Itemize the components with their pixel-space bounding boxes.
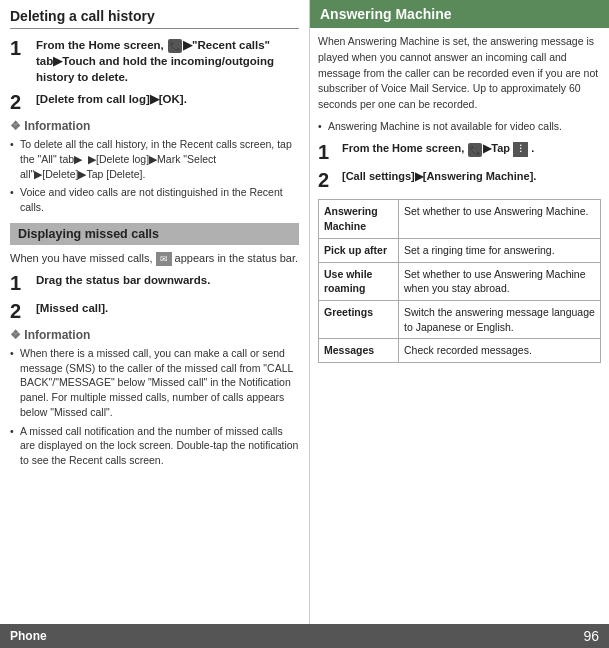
missed-calls-intro: When you have missed calls, ✉ appears in… — [10, 251, 299, 266]
step-2-row: 2 [Delete from call log]▶[OK]. — [10, 91, 299, 113]
am-intro: When Answering Machine is set, the answe… — [310, 34, 609, 119]
step-4-text: [Missed call]. — [36, 300, 108, 316]
phone-icon: 📞 — [168, 39, 182, 53]
table-cell-label: Greetings — [319, 300, 399, 338]
table-row: Pick up afterSet a ringing time for answ… — [319, 238, 601, 262]
footer-bar: Phone 96 — [0, 624, 609, 648]
table-cell-desc: Check recorded messages. — [399, 339, 601, 363]
info-block-2: Information When there is a missed call,… — [10, 328, 299, 468]
table-cell-desc: Set whether to use Answering Machine. — [399, 200, 601, 238]
info-item-1: To delete all the call history, in the R… — [10, 137, 299, 181]
menu-icon: ⋮ — [513, 142, 528, 157]
table-cell-desc: Set whether to use Answering Machine whe… — [399, 262, 601, 300]
step-4-row: 2 [Missed call]. — [10, 300, 299, 322]
deleting-title: Deleting a call history — [10, 8, 299, 29]
am-step-1-row: 1 From the Home screen, 📞▶Tap ⋮ . — [310, 139, 609, 167]
am-bullet: Answering Machine is not available for v… — [310, 119, 609, 140]
am-settings-table: Answering MachineSet whether to use Answ… — [318, 199, 601, 363]
info-item-4: A missed call notification and the numbe… — [10, 424, 299, 468]
am-step-2-row: 2 [Call settings]▶[Answering Machine]. — [310, 167, 609, 195]
table-row: Answering MachineSet whether to use Answ… — [319, 200, 601, 238]
step-3-num: 1 — [10, 272, 30, 294]
step-1-num: 1 — [10, 37, 30, 59]
right-column: Answering Machine When Answering Machine… — [310, 0, 609, 624]
table-row: GreetingsSwitch the answering message la… — [319, 300, 601, 338]
info-header-2: Information — [10, 328, 299, 342]
am-step-1-num: 1 — [318, 141, 336, 163]
table-cell-desc: Switch the answering message language to… — [399, 300, 601, 338]
table-cell-label: Pick up after — [319, 238, 399, 262]
step-3-row: 1 Drag the status bar downwards. — [10, 272, 299, 294]
table-cell-desc: Set a ringing time for answering. — [399, 238, 601, 262]
info-item-2: Voice and video calls are not distinguis… — [10, 185, 299, 214]
step-2-num: 2 — [10, 91, 30, 113]
missed-icon: ✉ — [156, 252, 172, 267]
info-header-1: Information — [10, 119, 299, 133]
table-cell-label: Use while roaming — [319, 262, 399, 300]
left-column: Deleting a call history 1 From the Home … — [0, 0, 310, 624]
missed-calls-header: Displaying missed calls — [10, 223, 299, 245]
step-3-text: Drag the status bar downwards. — [36, 272, 210, 288]
step-4-num: 2 — [10, 300, 30, 322]
info-block-1: Information To delete all the call histo… — [10, 119, 299, 214]
footer-label: Phone — [10, 629, 47, 643]
am-title: Answering Machine — [310, 0, 609, 28]
info-list-1: To delete all the call history, in the R… — [10, 137, 299, 214]
am-step-1-text: From the Home screen, 📞▶Tap ⋮ . — [342, 141, 534, 156]
table-cell-label: Answering Machine — [319, 200, 399, 238]
am-step-2-num: 2 — [318, 169, 336, 191]
am-step-2-text: [Call settings]▶[Answering Machine]. — [342, 169, 536, 184]
table-cell-label: Messages — [319, 339, 399, 363]
info-item-3: When there is a missed call, you can mak… — [10, 346, 299, 419]
am-phone-icon: 📞 — [468, 143, 482, 157]
step-1-row: 1 From the Home screen, 📞▶"Recent calls"… — [10, 37, 299, 85]
info-list-2: When there is a missed call, you can mak… — [10, 346, 299, 468]
footer-page-num: 96 — [583, 628, 599, 644]
step-1-text: From the Home screen, 📞▶"Recent calls" t… — [36, 37, 299, 85]
table-row: Use while roamingSet whether to use Answ… — [319, 262, 601, 300]
step-2-text: [Delete from call log]▶[OK]. — [36, 91, 187, 107]
table-row: MessagesCheck recorded messages. — [319, 339, 601, 363]
